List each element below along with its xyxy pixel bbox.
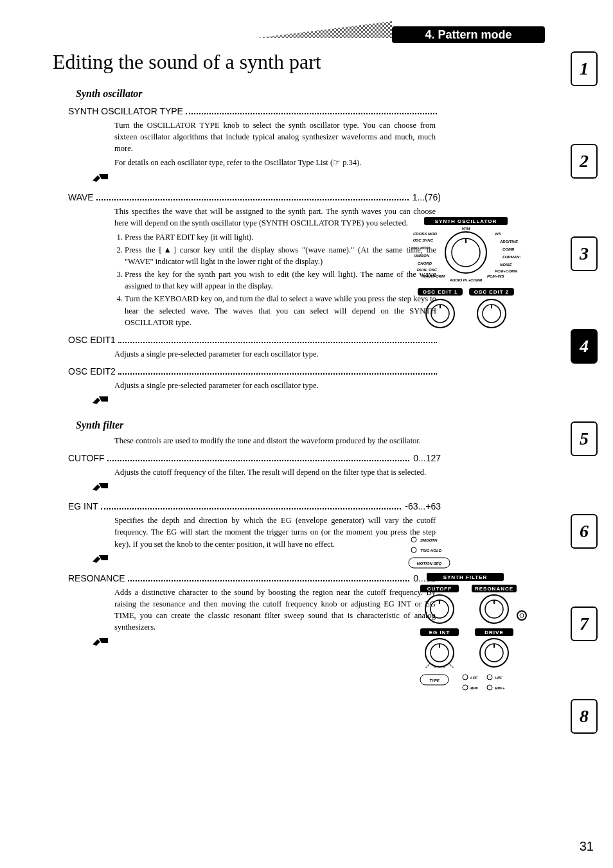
step-3: Press the key for the synth part you wis… xyxy=(125,269,436,292)
leader-dots xyxy=(128,576,409,581)
value-cutoff: 0...127 xyxy=(412,453,441,463)
svg-text:PCM+WS: PCM+WS xyxy=(487,274,504,278)
svg-text:MOTION SEQ: MOTION SEQ xyxy=(417,562,442,565)
svg-text:SMOOTH: SMOOTH xyxy=(420,538,438,542)
note-icon xyxy=(91,553,111,567)
svg-text:PCM+COMB: PCM+COMB xyxy=(495,269,518,273)
svg-point-30 xyxy=(411,537,416,542)
svg-text:LPF: LPF xyxy=(470,676,478,680)
steps-wave: Press the PART EDIT key (it will light).… xyxy=(125,231,436,328)
svg-point-27 xyxy=(477,299,506,328)
tab-4[interactable]: 4 xyxy=(571,329,598,364)
svg-text:BPF: BPF xyxy=(470,686,478,690)
svg-text:DUAL OSC: DUAL OSC xyxy=(417,268,438,272)
tab-2[interactable]: 2 xyxy=(571,144,598,179)
leader-dots xyxy=(96,195,409,200)
label-resonance: RESONANCE xyxy=(68,573,125,583)
svg-text:SYNTH FILTER: SYNTH FILTER xyxy=(443,574,488,580)
tab-6[interactable]: 6 xyxy=(571,514,598,549)
svg-point-68 xyxy=(487,685,492,690)
text-egint: Specifies the depth and direction by whi… xyxy=(114,515,436,549)
text-osc-type-2: For details on each oscillator type, ref… xyxy=(114,157,436,168)
svg-point-48 xyxy=(517,611,526,620)
note-icon xyxy=(91,635,111,650)
row-egint: EG INT -63...+63 xyxy=(68,501,441,512)
svg-text:CROSS MOD: CROSS MOD xyxy=(413,232,438,236)
svg-text:AUDIO IN +COMB: AUDIO IN +COMB xyxy=(449,278,483,282)
breadcrumb: 4. Pattern mode xyxy=(392,26,545,43)
svg-point-64 xyxy=(487,675,492,680)
tab-5[interactable]: 5 xyxy=(571,421,598,456)
svg-text:OSC SYNC: OSC SYNC xyxy=(413,238,434,242)
row-osc-edit1: OSC EDIT1 xyxy=(68,335,441,346)
text-resonance: Adds a distinctive character to the soun… xyxy=(114,587,436,633)
row-resonance: RESONANCE 0...127 xyxy=(68,573,441,584)
label-cutoff: CUTOFF xyxy=(68,453,105,463)
text-osc-type: Turn the OSCILLATOR TYPE knob to select … xyxy=(114,120,436,154)
header-checker xyxy=(257,21,392,38)
svg-text:NOISE: NOISE xyxy=(500,263,513,267)
tab-7[interactable]: 7 xyxy=(571,607,598,641)
step-1: Press the PART EDIT key (it will light). xyxy=(125,231,436,243)
svg-text:WAVEFORM: WAVEFORM xyxy=(422,274,445,278)
tab-8[interactable]: 8 xyxy=(571,699,598,734)
value-egint: -63...+63 xyxy=(404,501,441,511)
label-egint: EG INT xyxy=(68,501,98,511)
step-2: Press the [▲] cursor key until the displ… xyxy=(125,244,436,267)
label-wave: WAVE xyxy=(68,192,94,202)
leader-dots xyxy=(118,369,437,374)
content: Editing the sound of a synth part Synth … xyxy=(53,50,445,655)
note-icon xyxy=(91,481,111,495)
illustration-synth-filter: SMOOTH TRIG HOLD MOTION SEQ SYNTH FILTER… xyxy=(401,533,529,696)
heading-synth-filter: Synth filter xyxy=(76,420,445,431)
panel-title: SYNTH OSCILLATOR xyxy=(435,218,497,224)
svg-text:HPF: HPF xyxy=(495,676,502,680)
svg-text:WS: WS xyxy=(495,232,501,236)
svg-point-62 xyxy=(463,675,468,680)
row-cutoff: CUTOFF 0...127 xyxy=(68,453,441,464)
page-title: Editing the sound of a synth part xyxy=(53,50,445,74)
text-wave: This specifies the wave that will be ass… xyxy=(114,206,436,229)
svg-text:COMB: COMB xyxy=(502,247,515,251)
svg-text:ADDITIVE: ADDITIVE xyxy=(499,240,519,244)
svg-text:OSC EDIT 2: OSC EDIT 2 xyxy=(474,289,509,295)
svg-point-42 xyxy=(425,595,454,623)
row-osc-type: SYNTH OSCILLATOR TYPE xyxy=(68,106,441,117)
svg-text:BPF+: BPF+ xyxy=(495,686,505,690)
note-icon xyxy=(91,394,111,408)
leader-dots xyxy=(101,504,402,509)
text-osc-edit2: Adjusts a single pre-selected parameter … xyxy=(114,380,436,391)
svg-point-49 xyxy=(520,614,524,617)
page-number: 31 xyxy=(580,839,594,854)
svg-point-66 xyxy=(463,685,468,690)
illustration-synth-oscillator: SYNTH OSCILLATOR CROSS MOD OSC SYNC RING… xyxy=(411,217,520,335)
value-wave: 1...(76) xyxy=(411,192,441,202)
leader-dots xyxy=(107,456,410,461)
text-osc-edit1: Adjusts a single pre-selected parameter … xyxy=(114,348,436,360)
tab-3[interactable]: 3 xyxy=(571,236,598,271)
side-tabs: 1 2 3 4 5 6 7 8 xyxy=(571,51,598,734)
svg-text:CUTOFF: CUTOFF xyxy=(427,586,452,592)
tab-1[interactable]: 1 xyxy=(571,51,598,86)
svg-text:TYPE: TYPE xyxy=(429,678,440,682)
svg-point-54 xyxy=(425,639,454,667)
text-filter-intro: These controls are used to modify the to… xyxy=(114,435,436,447)
leader-dots xyxy=(118,337,437,342)
svg-point-24 xyxy=(426,299,454,328)
svg-text:EG INT: EG INT xyxy=(429,630,450,635)
svg-point-57 xyxy=(480,639,508,667)
svg-text:RESONANCE: RESONANCE xyxy=(475,586,513,592)
text-cutoff: Adjusts the cutoff frequency of the filt… xyxy=(114,466,436,478)
svg-text:OSC EDIT 1: OSC EDIT 1 xyxy=(423,289,458,295)
label-osc-edit2: OSC EDIT2 xyxy=(68,366,116,376)
label-osc-type: SYNTH OSCILLATOR TYPE xyxy=(68,106,183,116)
label-osc-edit1: OSC EDIT1 xyxy=(68,335,116,345)
svg-text:TRIG HOLD: TRIG HOLD xyxy=(420,549,442,553)
heading-synth-oscillator: Synth oscillator xyxy=(76,88,445,100)
note-icon xyxy=(91,172,111,186)
svg-text:UNISON: UNISON xyxy=(414,254,430,258)
svg-point-45 xyxy=(480,595,508,623)
row-wave: WAVE 1...(76) xyxy=(68,192,441,203)
leader-dots xyxy=(186,109,437,114)
step-4: Turn the KEYBOARD key on, and turn the d… xyxy=(125,293,436,328)
